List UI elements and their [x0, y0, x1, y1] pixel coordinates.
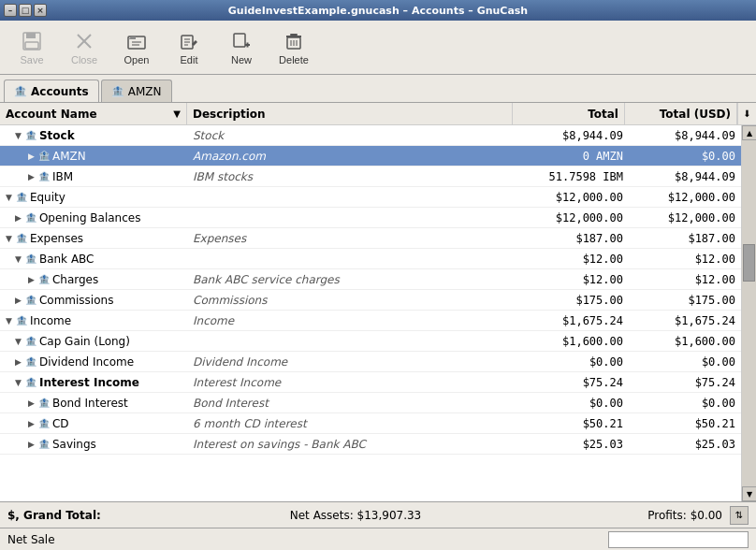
col-total-usd[interactable]: Total (USD): [625, 103, 737, 124]
new-icon: [230, 30, 253, 52]
svg-rect-12: [234, 34, 245, 47]
account-total-usd: $12.00: [629, 251, 741, 268]
scroll-top-btn[interactable]: ⬇: [737, 103, 756, 124]
account-total-usd: $12.00: [629, 271, 741, 288]
svg-rect-1: [26, 33, 36, 38]
expand-arrow-icon[interactable]: ▶: [28, 419, 35, 428]
close-button-toolbar[interactable]: Close: [60, 25, 109, 70]
table-row[interactable]: ▶🏦AMZNAmazon.com0 AMZN$0.00: [0, 146, 741, 166]
scroll-track[interactable]: [742, 140, 756, 486]
svg-rect-2: [25, 42, 38, 49]
close-label: Close: [71, 54, 97, 65]
account-total-usd: $75.24: [629, 374, 741, 391]
delete-button[interactable]: Delete: [269, 25, 318, 70]
table-row[interactable]: ▼🏦IncomeIncome$1,675.24$1,675.24: [0, 311, 741, 331]
toolbar: Save Close Open: [0, 21, 756, 75]
profits-value: Profits: $0.00: [573, 509, 722, 522]
table-row[interactable]: ▼🏦StockStock$8,944.09$8,944.09: [0, 125, 741, 146]
maximize-button[interactable]: □: [19, 4, 32, 17]
expand-arrow-icon[interactable]: ▼: [15, 254, 22, 264]
account-icon: 🏦: [38, 439, 50, 449]
account-icon: 🏦: [38, 274, 50, 284]
table-row[interactable]: ▶🏦Opening Balances$12,000.00$12,000.00: [0, 208, 741, 228]
table-body[interactable]: ▼🏦StockStock$8,944.09$8,944.09▶🏦AMZNAmaz…: [0, 125, 741, 501]
expand-arrow-icon[interactable]: ▶: [15, 357, 22, 367]
vertical-scrollbar[interactable]: ▲ ▼: [741, 125, 756, 501]
account-total-usd: $1,675.24: [629, 312, 741, 329]
window-controls[interactable]: – □ ×: [4, 4, 47, 17]
close-icon: [73, 30, 95, 52]
account-name: Income: [30, 314, 71, 327]
footer-sort-button[interactable]: ⇅: [730, 506, 749, 525]
account-icon: 🏦: [25, 212, 36, 223]
new-label: New: [231, 54, 252, 65]
account-icon: 🏦: [25, 377, 36, 387]
tab-accounts[interactable]: 🏦 Accounts: [4, 80, 99, 102]
table-row[interactable]: ▼🏦Bank ABC$12.00$12.00: [0, 249, 741, 269]
table-row[interactable]: ▶🏦Bond InterestBond Interest$0.00$0.00: [0, 393, 741, 413]
account-total: $25.03: [516, 436, 629, 453]
table-row[interactable]: ▶🏦Dividend IncomeDividend Income$0.00$0.…: [0, 352, 741, 372]
minimize-button[interactable]: –: [4, 4, 17, 17]
table-row[interactable]: ▼🏦Cap Gain (Long)$1,600.00$1,600.00: [0, 331, 741, 352]
svg-rect-16: [290, 34, 298, 36]
account-name: Bank ABC: [39, 253, 94, 266]
table-row[interactable]: ▶🏦SavingsInterest on savings - Bank ABC$…: [0, 434, 741, 455]
table-row[interactable]: ▼🏦ExpensesExpenses$187.00$187.00: [0, 228, 741, 249]
account-total: $50.21: [516, 415, 629, 432]
account-icon: 🏦: [25, 295, 36, 305]
account-total-usd: $0.00: [629, 395, 741, 412]
close-button[interactable]: ×: [34, 4, 47, 17]
expand-arrow-icon[interactable]: ▶: [28, 172, 35, 181]
accounts-tab-icon: 🏦: [14, 85, 27, 97]
expand-arrow-icon[interactable]: ▶: [28, 398, 35, 408]
account-total: $12,000.00: [516, 210, 629, 226]
table-row[interactable]: ▶🏦CommissionsCommissions$175.00$175.00: [0, 290, 741, 311]
save-button[interactable]: Save: [7, 25, 56, 70]
account-total-usd: $1,600.00: [629, 333, 741, 350]
account-icon: 🏦: [25, 356, 36, 367]
account-icon: 🏦: [38, 418, 50, 428]
account-total: $0.00: [516, 395, 629, 412]
table-row[interactable]: ▼🏦Equity$12,000.00$12,000.00: [0, 187, 741, 208]
expand-arrow-icon[interactable]: ▼: [15, 337, 22, 346]
table-row[interactable]: ▼🏦Interest IncomeInterest Income$75.24$7…: [0, 372, 741, 393]
col-account-name[interactable]: Account Name ▼: [0, 103, 187, 124]
account-name: Expenses: [30, 232, 83, 245]
scroll-thumb[interactable]: [743, 244, 755, 282]
account-total: $12.00: [516, 251, 629, 268]
table-row[interactable]: ▶🏦IBMIBM stocks51.7598 IBM$8,944.09: [0, 166, 741, 187]
col-description[interactable]: Description: [187, 103, 513, 124]
account-total-usd: $12,000.00: [629, 189, 741, 206]
account-icon: 🏦: [16, 315, 27, 326]
expand-arrow-icon[interactable]: ▶: [28, 152, 35, 161]
expand-arrow-icon[interactable]: ▼: [15, 131, 22, 140]
expand-arrow-icon[interactable]: ▶: [28, 440, 35, 449]
open-button[interactable]: Open: [112, 25, 161, 70]
table-row[interactable]: ▶🏦CD6 month CD interest$50.21$50.21: [0, 413, 741, 434]
expand-arrow-icon[interactable]: ▶: [28, 275, 35, 284]
scroll-down-button[interactable]: ▼: [742, 486, 756, 501]
account-desc: Stock: [187, 127, 516, 144]
expand-arrow-icon[interactable]: ▼: [15, 378, 22, 387]
statusbar-input[interactable]: [608, 531, 749, 548]
col-total[interactable]: Total: [513, 103, 625, 124]
account-desc: [187, 257, 516, 261]
scroll-up-button[interactable]: ▲: [742, 125, 756, 140]
window-title: GuideInvestExample.gnucash – Accounts – …: [228, 5, 528, 17]
statusbar: Net Sale: [0, 528, 756, 550]
save-icon: [21, 30, 43, 52]
tab-amzn[interactable]: 🏦 AMZN: [101, 80, 172, 102]
account-desc: [187, 195, 516, 199]
new-button[interactable]: New: [217, 25, 266, 70]
expand-arrow-icon[interactable]: ▼: [6, 193, 12, 202]
account-total: $75.24: [516, 374, 629, 391]
expand-arrow-icon[interactable]: ▶: [15, 296, 22, 305]
account-total-usd: $12,000.00: [629, 210, 741, 226]
edit-button[interactable]: Edit: [165, 25, 213, 70]
expand-arrow-icon[interactable]: ▼: [6, 234, 12, 243]
expand-arrow-icon[interactable]: ▼: [6, 316, 12, 326]
table-row[interactable]: ▶🏦ChargesBank ABC service charges$12.00$…: [0, 269, 741, 290]
expand-arrow-icon[interactable]: ▶: [15, 213, 22, 223]
account-total-usd: $175.00: [629, 292, 741, 309]
